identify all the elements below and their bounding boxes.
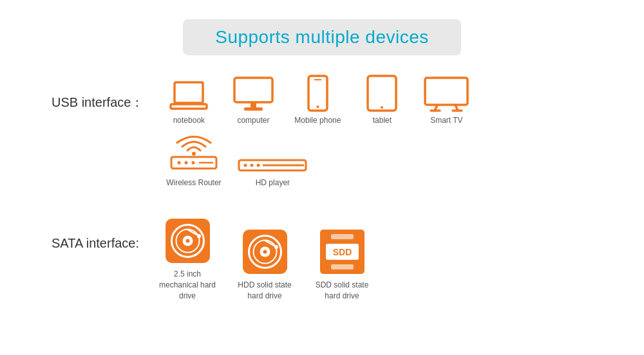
svg-rect-11 bbox=[425, 78, 468, 105]
sata-section: SATA interface: bbox=[0, 217, 644, 301]
usb-devices-grid: notebook computer bbox=[163, 75, 472, 194]
svg-point-38 bbox=[263, 250, 267, 253]
device-hd-player: HD player bbox=[237, 155, 308, 188]
svg-rect-4 bbox=[251, 102, 256, 107]
smart-tv-icon bbox=[423, 77, 469, 112]
device-computer: computer bbox=[227, 77, 279, 126]
hdd-solid-icon bbox=[241, 228, 289, 276]
tablet-label: tablet bbox=[373, 116, 392, 126]
svg-point-20 bbox=[191, 161, 194, 164]
sata-devices: 2.5 inch mechanical hard drive HDD solid… bbox=[158, 217, 371, 301]
svg-rect-1 bbox=[171, 104, 207, 109]
sata-label: SATA interface: bbox=[52, 217, 139, 251]
svg-point-7 bbox=[316, 105, 319, 108]
notebook-label: notebook bbox=[173, 116, 205, 126]
device-notebook: notebook bbox=[163, 81, 214, 126]
device-mobile: Mobile phone bbox=[292, 75, 343, 126]
device-hdd-solid: HDD solid state hard drive bbox=[236, 228, 294, 302]
svg-point-33 bbox=[197, 234, 201, 238]
svg-rect-0 bbox=[175, 82, 203, 103]
svg-point-40 bbox=[274, 245, 278, 249]
svg-rect-3 bbox=[234, 78, 272, 102]
device-sdd-solid: SDD SDD solid state hard drive bbox=[313, 228, 371, 302]
computer-icon bbox=[232, 77, 274, 112]
hdd-25-icon bbox=[164, 217, 212, 265]
sdd-solid-icon: SDD bbox=[318, 228, 366, 276]
router-label: Wireless Router bbox=[166, 178, 221, 188]
svg-text:SDD: SDD bbox=[332, 247, 352, 257]
usb-label: USB interface： bbox=[52, 75, 144, 111]
svg-point-16 bbox=[192, 152, 196, 156]
router-icon bbox=[165, 132, 223, 174]
mobile-label: Mobile phone bbox=[294, 116, 341, 126]
hdd-solid-label: HDD solid state hard drive bbox=[236, 280, 294, 302]
computer-label: computer bbox=[237, 116, 269, 126]
sdd-solid-label: SDD solid state hard drive bbox=[313, 280, 371, 302]
page-wrapper: Supports multiple devices USB interface： bbox=[0, 0, 644, 355]
svg-point-31 bbox=[185, 239, 189, 243]
svg-point-18 bbox=[177, 161, 180, 164]
usb-section: USB interface： notebook bbox=[0, 75, 644, 194]
hdd-25-label: 2.5 inch mechanical hard drive bbox=[158, 269, 216, 301]
hd-player-label: HD player bbox=[256, 178, 290, 188]
smart-tv-label: Smart TV bbox=[430, 116, 462, 126]
notebook-icon bbox=[169, 81, 208, 112]
device-router: Wireless Router bbox=[163, 132, 224, 188]
device-hdd-25: 2.5 inch mechanical hard drive bbox=[158, 217, 216, 301]
device-tablet: tablet bbox=[356, 75, 408, 126]
page-title: Supports multiple devices bbox=[215, 27, 429, 47]
title-box: Supports multiple devices bbox=[183, 19, 461, 55]
svg-point-23 bbox=[244, 163, 247, 167]
svg-point-19 bbox=[184, 161, 187, 164]
device-smart-tv: Smart TV bbox=[421, 77, 472, 126]
svg-point-24 bbox=[251, 163, 254, 167]
tablet-icon bbox=[366, 75, 398, 112]
svg-rect-44 bbox=[331, 234, 354, 239]
svg-rect-45 bbox=[331, 264, 354, 269]
svg-point-25 bbox=[257, 163, 260, 167]
usb-row-1: notebook computer bbox=[163, 75, 472, 126]
hd-player-icon bbox=[237, 155, 308, 174]
svg-point-10 bbox=[381, 106, 383, 109]
usb-row-2: Wireless Router HD player bbox=[163, 132, 472, 188]
mobile-icon bbox=[307, 75, 329, 112]
svg-rect-6 bbox=[308, 76, 327, 111]
svg-rect-9 bbox=[368, 76, 396, 111]
svg-rect-5 bbox=[244, 107, 263, 111]
